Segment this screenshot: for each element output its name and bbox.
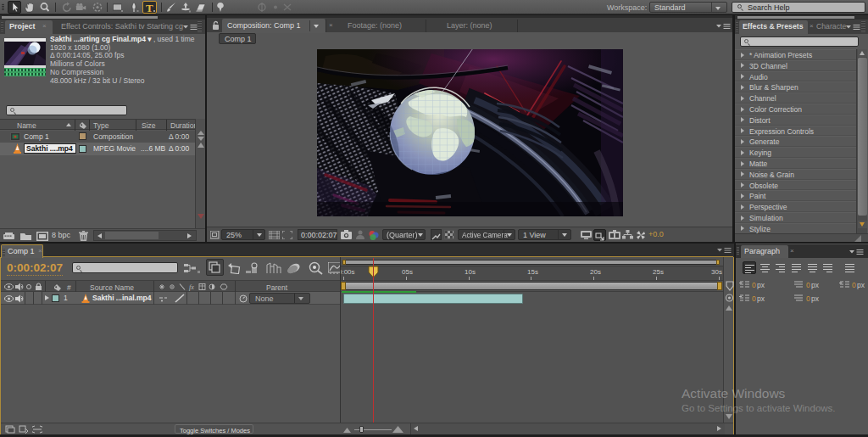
svg-text:fx: fx xyxy=(189,283,194,291)
